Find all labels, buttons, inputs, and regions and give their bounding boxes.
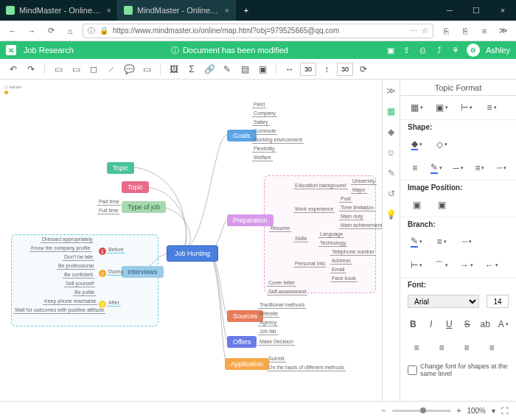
comment-icon[interactable]: ▣ [255,62,270,77]
line-weight-btn[interactable]: ≡ [473,161,487,175]
save-icon[interactable]: ▣ [386,45,396,55]
leaf[interactable]: Address [330,258,352,265]
leaf[interactable]: Telephone number [330,249,376,256]
redo-icon[interactable]: ↷ [24,62,38,77]
dash-btn[interactable]: ┄ [495,161,509,175]
node-interviews[interactable]: Interviews [122,266,164,278]
home-icon[interactable]: ⌂ [63,24,77,38]
export-icon[interactable]: ⇪ [402,45,412,55]
ideas-tab-icon[interactable]: 💡 [385,208,398,221]
leaf[interactable]: Traditional methods [258,302,306,309]
refresh-layout-icon[interactable]: ⟳ [356,62,371,77]
fontcolor-btn[interactable]: A [498,317,509,332]
note-icon[interactable]: ▤ [237,62,252,77]
leaf[interactable]: Post [339,196,352,203]
width-icon[interactable]: ↔ [282,62,297,77]
leaf[interactable]: Part time [97,199,121,206]
callout-icon[interactable]: 💬 [122,62,136,77]
leaf-during[interactable]: During [107,269,125,276]
leaf[interactable]: Work experience [293,206,335,213]
leaf[interactable]: Commute [252,128,277,135]
bold-btn[interactable]: B [408,317,419,332]
minimize-button[interactable]: ─ [436,0,463,21]
leaf[interactable]: On the basis of different methods [267,365,346,371]
leaf[interactable]: Education background [293,183,348,189]
format-tab-icon[interactable]: ▦ [385,105,398,118]
height-value[interactable]: 30 [337,63,353,76]
icons-tab-icon[interactable]: ☺ [385,146,398,159]
node-preparation[interactable]: Preparation [227,214,273,226]
leaf[interactable]: Job fair [258,329,278,335]
same-level-checkbox[interactable]: Change font for shapes at the same level [400,360,516,380]
formula-icon[interactable]: Σ [184,62,199,77]
list-btn[interactable]: ≡ [483,100,501,115]
line-color-btn[interactable]: ✎ [429,161,443,175]
history-tab-icon[interactable]: ↺ [385,187,398,200]
zoom-slider[interactable] [392,410,451,412]
leaf[interactable]: Field [252,102,266,108]
node-root[interactable]: Job Hunting [167,245,218,262]
leaf[interactable]: Main achievement [339,223,382,229]
back-icon[interactable]: ← [6,24,19,38]
node-typejob[interactable]: Type of job [122,201,166,213]
leaf[interactable]: Be confident [63,272,94,279]
leaf[interactable]: Welfare [252,155,273,161]
leaf[interactable]: Major [351,187,367,194]
leaf[interactable]: Don't be late [63,254,94,261]
leaf[interactable]: Be professional [57,263,95,270]
leaf[interactable]: Technology [318,240,347,247]
leaf-before[interactable]: Before [107,247,125,253]
leaf-after[interactable]: After [107,300,121,307]
leaf[interactable]: Agency [258,320,278,326]
leaf[interactable]: Self assessment [267,289,307,295]
node-offers[interactable]: Offers [227,336,257,348]
branch-arrow-btn[interactable]: → [458,258,475,273]
same-level-input[interactable] [408,365,417,375]
leaf[interactable]: Keep phone reachable [43,298,97,305]
width-value[interactable]: 30 [300,63,316,76]
underline-btn[interactable]: U [444,317,455,332]
leaf[interactable]: Email [330,267,346,273]
leaf[interactable]: Full time [97,208,119,214]
url-input[interactable] [113,27,405,35]
leaf[interactable]: Be polite [73,290,96,296]
relationship-icon[interactable]: ⟋ [104,62,119,77]
leaf[interactable]: Language [318,231,344,238]
close-tab-icon[interactable]: × [107,6,111,15]
info-icon[interactable]: ⓘ [88,26,95,36]
attach-icon[interactable]: ✎ [220,62,234,77]
sidebar-toggle-icon[interactable]: ⎘ [459,24,472,38]
align-left-btn[interactable]: ≡ [408,340,425,355]
boundary-icon[interactable]: ▭ [139,62,154,77]
link-icon[interactable]: 🔗 [202,62,217,77]
branch-color-btn[interactable]: ✎ [408,234,425,249]
tab-2[interactable]: MindMaster - Online Mind M× [118,0,236,21]
share-icon[interactable]: ⤴ [434,45,444,55]
leaf[interactable]: Website [258,311,279,318]
fill-btn[interactable]: ◆ [408,137,425,152]
collapse-panel-icon[interactable]: ≫ [385,84,398,97]
branch-end-btn[interactable]: ← [483,258,501,273]
zoom-out-icon[interactable]: − [382,407,386,415]
leaf[interactable]: Face book [330,276,358,282]
node-application[interactable]: Application [225,358,269,370]
smallcaps-btn[interactable]: ab [480,317,491,332]
topic-icon[interactable]: ▭ [51,62,66,77]
leaf-resume[interactable]: Resume [269,225,291,232]
leaf[interactable]: Salary [252,119,270,126]
shape-btn[interactable]: ◇ [433,137,450,152]
align-right-btn[interactable]: ≡ [458,340,475,355]
clipart-tab-icon[interactable]: ✎ [385,167,398,180]
leaf[interactable]: Dressed appropriately [41,237,94,243]
align-justify-btn[interactable]: ≡ [483,340,501,355]
leaf[interactable]: Time limitation [339,205,375,211]
img-left-btn[interactable]: ▣ [408,197,425,212]
leaf[interactable]: Know the company profile [29,245,92,252]
reload-icon[interactable]: ⟳ [44,24,57,38]
line-style-btn[interactable]: ─ [451,161,465,175]
leaf[interactable]: Cover letter [267,280,296,287]
node-topic2[interactable]: Topic [122,181,149,193]
undo-icon[interactable]: ↶ [6,62,21,77]
branch-start-btn[interactable]: ⊢ [408,258,425,273]
strike-btn[interactable]: S [462,317,473,332]
